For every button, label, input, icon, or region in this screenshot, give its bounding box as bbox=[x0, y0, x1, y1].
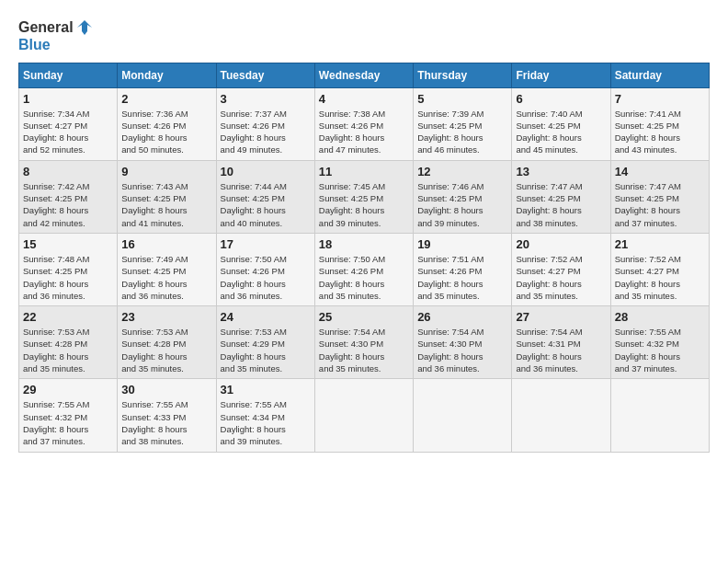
calendar-week-4: 22Sunrise: 7:53 AMSunset: 4:28 PMDayligh… bbox=[19, 306, 710, 379]
day-info: Sunrise: 7:36 AMSunset: 4:26 PMDaylight:… bbox=[121, 108, 211, 156]
day-number: 9 bbox=[121, 165, 211, 178]
day-info: Sunrise: 7:54 AMSunset: 4:31 PMDaylight:… bbox=[516, 326, 606, 374]
day-number: 1 bbox=[23, 92, 113, 106]
day-info: Sunrise: 7:50 AMSunset: 4:26 PMDaylight:… bbox=[221, 253, 311, 302]
day-number: 26 bbox=[417, 310, 507, 324]
calendar-cell: 17Sunrise: 7:50 AMSunset: 4:26 PMDayligh… bbox=[216, 233, 314, 305]
day-number: 25 bbox=[319, 310, 409, 324]
header-day-friday: Friday bbox=[512, 63, 610, 87]
day-number: 24 bbox=[221, 310, 311, 324]
day-info: Sunrise: 7:37 AMSunset: 4:26 PMDaylight:… bbox=[221, 108, 311, 156]
svg-marker-0 bbox=[77, 20, 92, 35]
day-number: 21 bbox=[615, 237, 705, 251]
day-info: Sunrise: 7:42 AMSunset: 4:25 PMDaylight:… bbox=[23, 180, 113, 229]
header-day-monday: Monday bbox=[118, 63, 216, 87]
calendar-cell: 3Sunrise: 7:37 AMSunset: 4:26 PMDaylight… bbox=[216, 87, 314, 160]
day-number: 16 bbox=[121, 237, 211, 251]
calendar-cell bbox=[512, 379, 610, 452]
logo-general: General bbox=[18, 19, 74, 36]
calendar-cell: 6Sunrise: 7:40 AMSunset: 4:25 PMDaylight… bbox=[512, 87, 610, 160]
header-day-tuesday: Tuesday bbox=[216, 63, 314, 87]
logo-bird-icon bbox=[75, 18, 94, 37]
calendar-cell: 22Sunrise: 7:53 AMSunset: 4:28 PMDayligh… bbox=[19, 306, 118, 379]
calendar-cell: 14Sunrise: 7:47 AMSunset: 4:25 PMDayligh… bbox=[610, 160, 709, 233]
day-info: Sunrise: 7:54 AMSunset: 4:30 PMDaylight:… bbox=[319, 326, 409, 374]
calendar-cell: 2Sunrise: 7:36 AMSunset: 4:26 PMDaylight… bbox=[118, 87, 216, 160]
day-number: 14 bbox=[615, 165, 705, 178]
header-day-saturday: Saturday bbox=[610, 63, 709, 87]
day-info: Sunrise: 7:52 AMSunset: 4:27 PMDaylight:… bbox=[615, 253, 705, 302]
logo-container: General Blue bbox=[18, 18, 94, 53]
day-info: Sunrise: 7:53 AMSunset: 4:28 PMDaylight:… bbox=[23, 326, 113, 374]
calendar-cell: 15Sunrise: 7:48 AMSunset: 4:25 PMDayligh… bbox=[19, 233, 118, 305]
day-number: 5 bbox=[417, 92, 507, 106]
day-info: Sunrise: 7:34 AMSunset: 4:27 PMDaylight:… bbox=[23, 108, 113, 156]
calendar-cell: 7Sunrise: 7:41 AMSunset: 4:25 PMDaylight… bbox=[610, 87, 709, 160]
day-info: Sunrise: 7:53 AMSunset: 4:29 PMDaylight:… bbox=[221, 326, 311, 374]
day-number: 22 bbox=[23, 310, 113, 324]
day-number: 3 bbox=[221, 92, 311, 106]
calendar-cell: 13Sunrise: 7:47 AMSunset: 4:25 PMDayligh… bbox=[512, 160, 610, 233]
day-info: Sunrise: 7:50 AMSunset: 4:26 PMDaylight:… bbox=[319, 253, 409, 302]
calendar-week-1: 1Sunrise: 7:34 AMSunset: 4:27 PMDaylight… bbox=[19, 87, 710, 160]
day-info: Sunrise: 7:55 AMSunset: 4:32 PMDaylight:… bbox=[615, 326, 705, 374]
day-info: Sunrise: 7:47 AMSunset: 4:25 PMDaylight:… bbox=[615, 180, 705, 229]
calendar-cell: 11Sunrise: 7:45 AMSunset: 4:25 PMDayligh… bbox=[314, 160, 413, 233]
day-number: 4 bbox=[319, 92, 409, 106]
header-day-thursday: Thursday bbox=[414, 63, 512, 87]
day-info: Sunrise: 7:53 AMSunset: 4:28 PMDaylight:… bbox=[121, 326, 211, 374]
day-info: Sunrise: 7:47 AMSunset: 4:25 PMDaylight:… bbox=[516, 180, 606, 229]
calendar-cell bbox=[314, 379, 413, 452]
page-header: General Blue bbox=[18, 18, 710, 53]
calendar-cell: 27Sunrise: 7:54 AMSunset: 4:31 PMDayligh… bbox=[512, 306, 610, 379]
day-info: Sunrise: 7:39 AMSunset: 4:25 PMDaylight:… bbox=[417, 108, 507, 156]
logo-blue: Blue bbox=[18, 37, 94, 53]
day-number: 18 bbox=[319, 237, 409, 251]
day-number: 7 bbox=[615, 92, 705, 106]
calendar-cell: 19Sunrise: 7:51 AMSunset: 4:26 PMDayligh… bbox=[414, 233, 512, 305]
day-info: Sunrise: 7:48 AMSunset: 4:25 PMDaylight:… bbox=[23, 253, 113, 302]
calendar-table: SundayMondayTuesdayWednesdayThursdayFrid… bbox=[18, 63, 710, 453]
day-number: 29 bbox=[23, 383, 113, 396]
calendar-cell: 12Sunrise: 7:46 AMSunset: 4:25 PMDayligh… bbox=[414, 160, 512, 233]
day-info: Sunrise: 7:38 AMSunset: 4:26 PMDaylight:… bbox=[319, 108, 409, 156]
header-row: SundayMondayTuesdayWednesdayThursdayFrid… bbox=[19, 63, 710, 87]
day-number: 30 bbox=[121, 383, 211, 396]
calendar-body: 1Sunrise: 7:34 AMSunset: 4:27 PMDaylight… bbox=[19, 87, 710, 452]
calendar-cell: 8Sunrise: 7:42 AMSunset: 4:25 PMDaylight… bbox=[19, 160, 118, 233]
day-info: Sunrise: 7:45 AMSunset: 4:25 PMDaylight:… bbox=[319, 180, 409, 229]
day-info: Sunrise: 7:40 AMSunset: 4:25 PMDaylight:… bbox=[516, 108, 606, 156]
header-day-wednesday: Wednesday bbox=[314, 63, 413, 87]
day-number: 12 bbox=[417, 165, 507, 178]
day-number: 10 bbox=[221, 165, 311, 178]
day-info: Sunrise: 7:52 AMSunset: 4:27 PMDaylight:… bbox=[516, 253, 606, 302]
day-number: 13 bbox=[516, 165, 606, 178]
day-number: 6 bbox=[516, 92, 606, 106]
calendar-cell: 24Sunrise: 7:53 AMSunset: 4:29 PMDayligh… bbox=[216, 306, 314, 379]
day-info: Sunrise: 7:51 AMSunset: 4:26 PMDaylight:… bbox=[417, 253, 507, 302]
day-info: Sunrise: 7:41 AMSunset: 4:25 PMDaylight:… bbox=[615, 108, 705, 156]
calendar-cell: 23Sunrise: 7:53 AMSunset: 4:28 PMDayligh… bbox=[118, 306, 216, 379]
day-number: 20 bbox=[516, 237, 606, 251]
logo: General Blue bbox=[18, 18, 94, 53]
calendar-cell: 28Sunrise: 7:55 AMSunset: 4:32 PMDayligh… bbox=[610, 306, 709, 379]
day-number: 17 bbox=[221, 237, 311, 251]
day-info: Sunrise: 7:54 AMSunset: 4:30 PMDaylight:… bbox=[417, 326, 507, 374]
calendar-cell bbox=[610, 379, 709, 452]
day-info: Sunrise: 7:49 AMSunset: 4:25 PMDaylight:… bbox=[121, 253, 211, 302]
calendar-cell: 10Sunrise: 7:44 AMSunset: 4:25 PMDayligh… bbox=[216, 160, 314, 233]
calendar-cell: 1Sunrise: 7:34 AMSunset: 4:27 PMDaylight… bbox=[19, 87, 118, 160]
calendar-week-5: 29Sunrise: 7:55 AMSunset: 4:32 PMDayligh… bbox=[19, 379, 710, 452]
header-day-sunday: Sunday bbox=[19, 63, 118, 87]
day-number: 31 bbox=[221, 383, 311, 396]
calendar-cell: 4Sunrise: 7:38 AMSunset: 4:26 PMDaylight… bbox=[314, 87, 413, 160]
calendar-cell bbox=[414, 379, 512, 452]
day-info: Sunrise: 7:44 AMSunset: 4:25 PMDaylight:… bbox=[221, 180, 311, 229]
calendar-cell: 5Sunrise: 7:39 AMSunset: 4:25 PMDaylight… bbox=[414, 87, 512, 160]
calendar-week-2: 8Sunrise: 7:42 AMSunset: 4:25 PMDaylight… bbox=[19, 160, 710, 233]
calendar-week-3: 15Sunrise: 7:48 AMSunset: 4:25 PMDayligh… bbox=[19, 233, 710, 305]
calendar-cell: 29Sunrise: 7:55 AMSunset: 4:32 PMDayligh… bbox=[19, 379, 118, 452]
calendar-cell: 30Sunrise: 7:55 AMSunset: 4:33 PMDayligh… bbox=[118, 379, 216, 452]
calendar-cell: 18Sunrise: 7:50 AMSunset: 4:26 PMDayligh… bbox=[314, 233, 413, 305]
day-info: Sunrise: 7:46 AMSunset: 4:25 PMDaylight:… bbox=[417, 180, 507, 229]
